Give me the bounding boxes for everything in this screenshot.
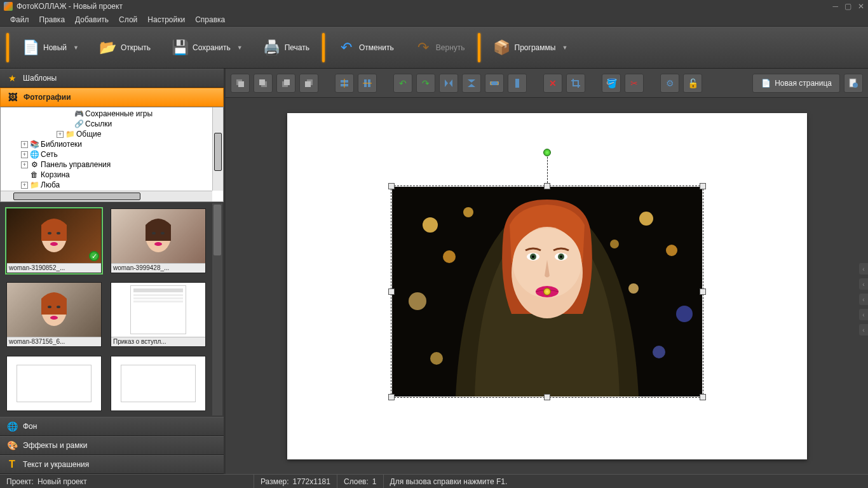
collage-page[interactable] bbox=[287, 113, 807, 459]
fit-width-icon[interactable] bbox=[485, 74, 504, 93]
svg-point-53 bbox=[560, 255, 562, 258]
menu-file[interactable]: Файл bbox=[5, 14, 34, 25]
canvas-area[interactable]: ‹ ‹ ‹ ‹ ‹ bbox=[226, 98, 868, 474]
move-up-icon[interactable] bbox=[276, 74, 295, 93]
dock-tab[interactable]: ‹ bbox=[859, 309, 868, 320]
resize-handle-bl[interactable] bbox=[388, 394, 395, 400]
effects-label: Эффекты и рамки bbox=[23, 441, 87, 450]
cut-icon[interactable]: ✂ bbox=[625, 74, 644, 93]
minimize-button[interactable]: ─ bbox=[832, 2, 838, 11]
thumbnail-caption: Приказ о вступл... bbox=[111, 337, 205, 346]
thumbnail-item[interactable]: woman-837156_6... bbox=[6, 282, 102, 347]
align-center-v-icon[interactable] bbox=[358, 74, 377, 93]
send-back-icon[interactable] bbox=[254, 74, 273, 93]
fit-height-icon[interactable] bbox=[508, 74, 527, 93]
svg-point-35 bbox=[423, 217, 438, 233]
expand-icon[interactable]: + bbox=[57, 131, 64, 138]
accordion-text[interactable]: T Текст и украшения bbox=[0, 455, 224, 474]
paint-bucket-icon[interactable]: 🪣 bbox=[602, 74, 621, 93]
maximize-button[interactable]: ▢ bbox=[844, 2, 851, 11]
tree-scrollbar-horizontal[interactable] bbox=[1, 191, 212, 201]
close-button[interactable]: ✕ bbox=[858, 2, 864, 11]
selected-check-icon: ✓ bbox=[89, 251, 99, 261]
resize-handle-br[interactable] bbox=[700, 394, 706, 400]
svg-point-41 bbox=[676, 306, 693, 322]
resize-handle-bm[interactable] bbox=[544, 394, 550, 400]
resize-handle-ml[interactable] bbox=[388, 288, 395, 295]
delete-icon[interactable]: ✕ bbox=[543, 74, 562, 93]
settings-gear-icon[interactable]: ⚙ bbox=[660, 74, 679, 93]
tree-row[interactable]: +⚙Панель управления bbox=[3, 159, 220, 170]
thumbnail-item[interactable]: Приказ о вступл... bbox=[111, 282, 206, 347]
thumbnail-item[interactable]: woman-3999428_... bbox=[111, 208, 206, 273]
expand-icon[interactable]: + bbox=[21, 161, 28, 168]
save-button[interactable]: 💾 Сохранить ▼ bbox=[163, 36, 250, 59]
tree-row[interactable]: 🔗Ссылки bbox=[3, 119, 220, 129]
dock-tab[interactable]: ‹ bbox=[859, 263, 868, 274]
new-button[interactable]: 📄 Новый ▼ bbox=[14, 36, 86, 59]
flip-h-icon[interactable] bbox=[439, 74, 458, 93]
folder-icon: 🔗 bbox=[74, 119, 84, 128]
accordion-templates[interactable]: ★ Шаблоны bbox=[0, 69, 224, 88]
status-project-name: Новый проект bbox=[37, 477, 87, 486]
resize-handle-mr[interactable] bbox=[700, 288, 706, 295]
accordion-photos[interactable]: 🖼 Фотографии bbox=[0, 88, 224, 107]
undo-button[interactable]: ↶ Отменить bbox=[330, 36, 402, 59]
bring-front-icon[interactable] bbox=[231, 74, 250, 93]
menu-settings[interactable]: Настройки bbox=[142, 14, 190, 25]
menu-add[interactable]: Добавить bbox=[70, 14, 114, 25]
statusbar: Проект: Новый проект Размер: 1772x1181 С… bbox=[0, 474, 868, 488]
lock-icon[interactable]: 🔓 bbox=[683, 74, 702, 93]
resize-handle-tm[interactable] bbox=[544, 183, 550, 189]
tree-row[interactable]: +🌐Сеть bbox=[3, 149, 220, 159]
thumbs-scrollbar[interactable] bbox=[212, 203, 222, 416]
rotation-handle[interactable] bbox=[543, 149, 551, 156]
thumbnail-item[interactable] bbox=[111, 356, 206, 411]
toolbar-separator bbox=[322, 33, 325, 62]
redo-button[interactable]: ↷ Вернуть bbox=[407, 36, 473, 59]
print-button[interactable]: 🖨️ Печать bbox=[255, 36, 317, 59]
tree-label: Панель управления bbox=[41, 160, 111, 169]
accordion-background[interactable]: 🌐 Фон bbox=[0, 417, 224, 436]
expand-icon[interactable]: + bbox=[21, 141, 28, 148]
folder-tree[interactable]: 🎮Сохраненные игры🔗Ссылки+📁Общие+📚Библиот… bbox=[0, 107, 224, 202]
tree-label: Ссылки bbox=[85, 119, 112, 128]
tree-row[interactable]: +📁Общие bbox=[3, 129, 220, 139]
tree-row[interactable]: 🎮Сохраненные игры bbox=[3, 109, 220, 119]
resize-handle-tl[interactable] bbox=[388, 183, 395, 189]
flip-v-icon[interactable] bbox=[462, 74, 481, 93]
menu-help[interactable]: Справка bbox=[190, 14, 230, 25]
dock-tab[interactable]: ‹ bbox=[859, 294, 868, 305]
new-page-button[interactable]: 📄 Новая страница bbox=[752, 74, 840, 93]
move-down-icon[interactable] bbox=[299, 74, 318, 93]
accordion-effects[interactable]: 🎨 Эффекты и рамки bbox=[0, 436, 224, 455]
expand-icon[interactable]: + bbox=[21, 182, 28, 189]
svg-point-10 bbox=[57, 306, 60, 308]
center-point[interactable] bbox=[543, 288, 551, 295]
menu-edit[interactable]: Правка bbox=[34, 14, 71, 25]
menu-layer[interactable]: Слой bbox=[114, 14, 142, 25]
tree-row[interactable]: +📁Люба bbox=[3, 180, 220, 190]
dock-tab[interactable]: ‹ bbox=[859, 324, 868, 336]
workarea: ★ Шаблоны 🖼 Фотографии 🎮Сохраненные игры… bbox=[0, 69, 868, 474]
rotate-right-icon[interactable]: ↷ bbox=[416, 74, 435, 93]
expand-icon[interactable]: + bbox=[21, 151, 28, 158]
resize-handle-tr[interactable] bbox=[700, 183, 706, 189]
templates-label: Шаблоны bbox=[23, 74, 57, 83]
thumbnail-caption: woman-837156_6... bbox=[7, 337, 101, 346]
thumbnail-item[interactable]: ✓woman-3190852_... bbox=[6, 208, 102, 273]
tree-row[interactable]: +📚Библиотеки bbox=[3, 139, 220, 149]
tree-row[interactable]: 🗑Корзина bbox=[3, 170, 220, 180]
open-button[interactable]: 📂 Открыть bbox=[92, 36, 158, 59]
programs-button[interactable]: 📦 Программы ▼ bbox=[485, 36, 576, 59]
thumbnail-item[interactable] bbox=[6, 356, 102, 411]
selected-image[interactable] bbox=[392, 187, 702, 396]
thumbnail-image bbox=[111, 283, 205, 337]
svg-point-9 bbox=[48, 306, 51, 308]
tree-scrollbar-vertical[interactable] bbox=[212, 107, 223, 191]
align-center-h-icon[interactable] bbox=[335, 74, 354, 93]
crop-icon[interactable] bbox=[566, 74, 585, 93]
dock-tab[interactable]: ‹ bbox=[859, 278, 868, 290]
rotate-left-icon[interactable]: ↶ bbox=[393, 74, 412, 93]
page-settings-icon[interactable] bbox=[844, 74, 863, 93]
